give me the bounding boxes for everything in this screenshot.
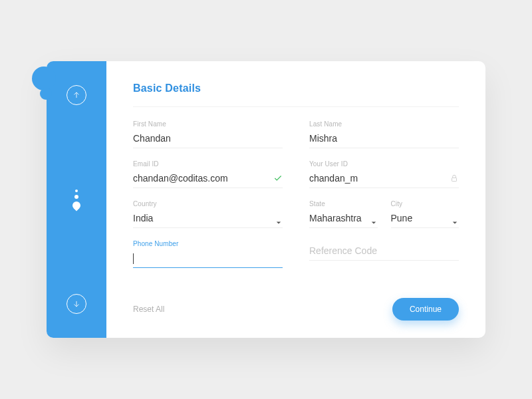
phone-input[interactable]	[133, 250, 283, 268]
phone-label: Phone Number	[133, 240, 283, 247]
chevron-down-icon	[276, 216, 281, 221]
reference-input[interactable]	[309, 243, 459, 261]
chevron-down-icon	[452, 216, 458, 221]
user-id-label: Your User ID	[309, 160, 459, 168]
email-field: Email ID	[133, 160, 283, 188]
form: First Name Last Name Email ID You	[133, 120, 459, 285]
form-card: Basic Details First Name Last Name Email…	[47, 61, 485, 338]
user-id-field: Your User ID	[309, 160, 459, 188]
reference-field	[309, 240, 459, 268]
country-label: Country	[133, 200, 283, 207]
arrow-up-icon	[72, 90, 81, 100]
first-name-label: First Name	[133, 120, 283, 128]
email-input[interactable]	[133, 170, 283, 188]
arrow-down-icon	[72, 299, 81, 309]
page-title: Basic Details	[133, 82, 459, 107]
country-select[interactable]	[133, 210, 283, 228]
city-select[interactable]	[391, 210, 460, 228]
sidebar-ornament	[72, 190, 80, 209]
sidebar	[47, 61, 106, 338]
email-label: Email ID	[133, 160, 283, 168]
country-field: Country	[133, 200, 283, 228]
phone-field: Phone Number	[133, 240, 283, 268]
last-name-input[interactable]	[309, 130, 459, 148]
city-label: City	[391, 200, 460, 207]
first-name-field: First Name	[133, 120, 283, 148]
svg-rect-0	[452, 178, 457, 181]
next-button[interactable]	[66, 294, 86, 314]
last-name-field: Last Name	[309, 120, 459, 148]
lock-icon	[450, 174, 459, 183]
content-area: Basic Details First Name Last Name Email…	[106, 61, 485, 338]
check-icon	[273, 174, 283, 183]
state-select[interactable]	[309, 210, 378, 228]
city-field: City	[391, 200, 460, 228]
state-label: State	[309, 200, 378, 207]
footer: Reset All Continue	[133, 298, 459, 321]
state-field: State	[309, 200, 378, 228]
continue-button[interactable]: Continue	[392, 298, 459, 321]
prev-button[interactable]	[66, 85, 86, 105]
last-name-label: Last Name	[309, 120, 459, 128]
first-name-input[interactable]	[133, 130, 283, 148]
reset-button[interactable]: Reset All	[133, 305, 164, 314]
user-id-input[interactable]	[309, 170, 459, 188]
chevron-down-icon	[371, 216, 376, 221]
